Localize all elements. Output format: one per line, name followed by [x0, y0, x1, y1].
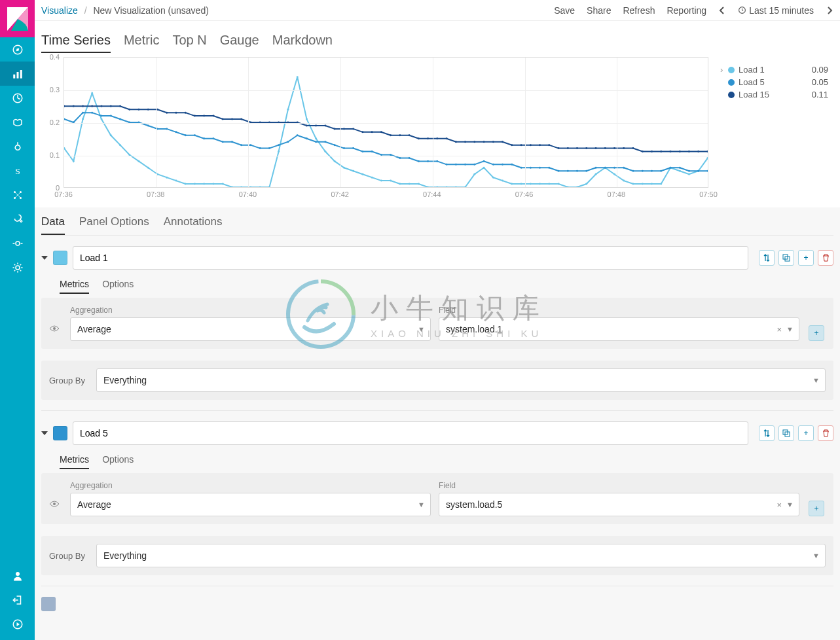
- chevron-down-icon: ▼: [786, 501, 794, 508]
- series-color-picker[interactable]: [41, 597, 56, 611]
- svg-point-108: [203, 137, 205, 139]
- svg-point-145: [548, 167, 550, 169]
- tab-time-series[interactable]: Time Series: [41, 33, 111, 53]
- sidebar-s[interactable]: S: [0, 158, 35, 183]
- svg-point-219: [585, 147, 587, 149]
- svg-point-161: [697, 170, 699, 172]
- action-share[interactable]: Share: [587, 5, 611, 16]
- svg-point-209: [492, 141, 494, 143]
- field-select[interactable]: system.load.1 × ▼: [439, 317, 799, 341]
- collapse-icon[interactable]: [41, 431, 48, 435]
- subtab-metrics[interactable]: Metrics: [60, 279, 89, 294]
- time-prev-icon[interactable]: [718, 7, 726, 14]
- svg-point-54: [352, 170, 354, 172]
- collapse-icon[interactable]: [41, 256, 48, 260]
- tab-panel-options[interactable]: Panel Options: [79, 215, 149, 235]
- aggregation-select[interactable]: Average ▼: [70, 493, 431, 516]
- subtab-options[interactable]: Options: [102, 454, 134, 469]
- kibana-logo[interactable]: [0, 0, 35, 37]
- sidebar-collapse[interactable]: [0, 612, 35, 636]
- svg-point-44: [259, 187, 261, 187]
- add-metric-button[interactable]: +: [809, 501, 824, 516]
- groupby-select[interactable]: Everything ▼: [96, 368, 826, 392]
- svg-point-115: [268, 147, 270, 149]
- svg-point-67: [473, 173, 475, 175]
- svg-point-196: [371, 131, 373, 133]
- svg-point-229: [679, 151, 681, 152]
- clone-button[interactable]: [778, 250, 794, 266]
- chevron-down-icon: ▼: [813, 376, 820, 384]
- action-refresh[interactable]: Refresh: [623, 5, 655, 16]
- visibility-icon[interactable]: [49, 499, 62, 516]
- action-save[interactable]: Save: [554, 5, 575, 16]
- tab-data[interactable]: Data: [41, 215, 65, 235]
- legend-item[interactable]: Load 5 0.05: [720, 76, 828, 88]
- svg-point-148: [576, 170, 578, 172]
- clone-button[interactable]: [778, 425, 794, 441]
- svg-point-224: [632, 147, 634, 149]
- svg-point-35: [175, 180, 177, 182]
- svg-point-206: [464, 141, 466, 143]
- sidebar-graph[interactable]: [0, 183, 35, 207]
- sidebar-management[interactable]: [0, 255, 35, 279]
- field-select[interactable]: system.load.5 × ▼: [439, 493, 799, 516]
- sort-button[interactable]: [759, 425, 775, 441]
- legend-item[interactable]: › Load 1 0.09: [720, 63, 828, 76]
- sidebar-logout[interactable]: [0, 588, 35, 612]
- svg-point-31: [137, 160, 139, 162]
- tab-gauge[interactable]: Gauge: [220, 33, 259, 53]
- clear-icon[interactable]: ×: [776, 500, 782, 510]
- action-reporting[interactable]: Reporting: [667, 5, 706, 16]
- svg-point-69: [492, 177, 494, 179]
- time-range[interactable]: Last 15 minutes: [738, 5, 814, 16]
- sidebar-timelion[interactable]: [0, 110, 35, 134]
- series-color-picker[interactable]: [53, 251, 67, 265]
- time-next-icon[interactable]: [826, 7, 833, 14]
- delete-series-button[interactable]: [818, 250, 833, 266]
- tab-metric[interactable]: Metric: [124, 33, 159, 53]
- tab-annotations[interactable]: Annotations: [164, 215, 223, 235]
- tab-top-n[interactable]: Top N: [172, 33, 206, 53]
- svg-point-165: [82, 105, 84, 107]
- svg-point-164: [73, 105, 75, 107]
- series-label-input[interactable]: [73, 246, 748, 270]
- sidebar-devtools[interactable]: [0, 207, 35, 231]
- sidebar-apm[interactable]: [0, 134, 35, 158]
- series-color-picker[interactable]: [53, 426, 67, 440]
- svg-point-174: [166, 112, 168, 114]
- visibility-icon[interactable]: [49, 324, 62, 341]
- sort-button[interactable]: [759, 250, 775, 266]
- series-label-input[interactable]: [73, 421, 748, 445]
- aggregation-select[interactable]: Average ▼: [70, 317, 431, 341]
- groupby-select[interactable]: Everything ▼: [96, 544, 826, 567]
- clear-icon[interactable]: ×: [776, 325, 782, 334]
- svg-rect-4: [13, 74, 15, 78]
- svg-point-167: [100, 105, 102, 107]
- breadcrumb-root[interactable]: Visualize: [41, 5, 78, 16]
- series-block: + Metrics Options Aggregation Average: [41, 235, 833, 410]
- subtab-options[interactable]: Options: [102, 279, 134, 294]
- legend-item[interactable]: Load 15 0.11: [720, 88, 828, 101]
- svg-text:S: S: [15, 166, 20, 175]
- add-series-button[interactable]: +: [798, 250, 814, 266]
- svg-point-120: [315, 141, 317, 143]
- sidebar-monitoring[interactable]: [0, 231, 35, 255]
- svg-point-58: [390, 180, 392, 182]
- sidebar-user[interactable]: [0, 563, 35, 588]
- svg-point-110: [222, 141, 224, 143]
- add-metric-button[interactable]: +: [809, 325, 824, 341]
- tab-markdown[interactable]: Markdown: [272, 33, 333, 53]
- svg-point-190: [315, 124, 317, 126]
- subtab-metrics[interactable]: Metrics: [60, 454, 89, 469]
- sidebar-visualize[interactable]: [0, 62, 35, 86]
- legend-swatch: [728, 92, 735, 98]
- sidebar-discover[interactable]: [0, 37, 35, 62]
- add-series-button[interactable]: +: [798, 425, 814, 441]
- delete-series-button[interactable]: [818, 425, 833, 441]
- svg-point-80: [595, 173, 597, 175]
- svg-point-147: [567, 170, 569, 172]
- svg-point-102: [147, 124, 149, 126]
- svg-point-83: [623, 180, 625, 182]
- svg-point-176: [185, 112, 187, 114]
- sidebar-dashboard[interactable]: [0, 86, 35, 110]
